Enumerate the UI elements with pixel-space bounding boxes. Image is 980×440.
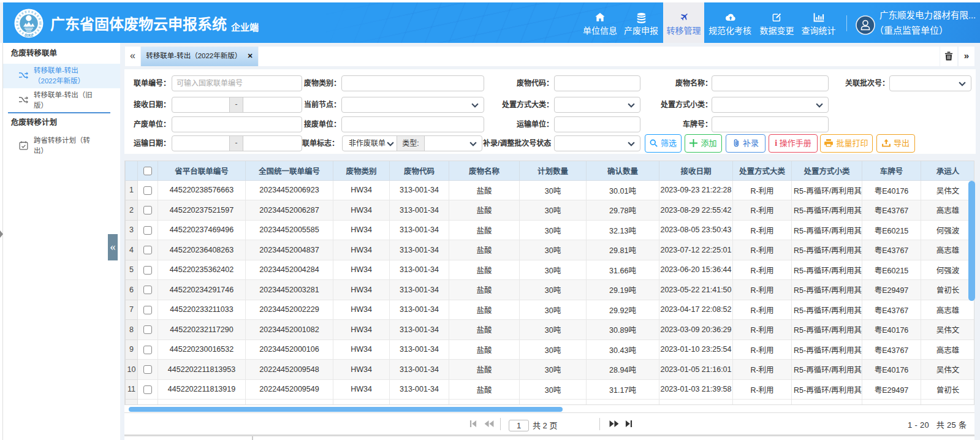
svg-text:GDEE: GDEE xyxy=(25,34,34,37)
